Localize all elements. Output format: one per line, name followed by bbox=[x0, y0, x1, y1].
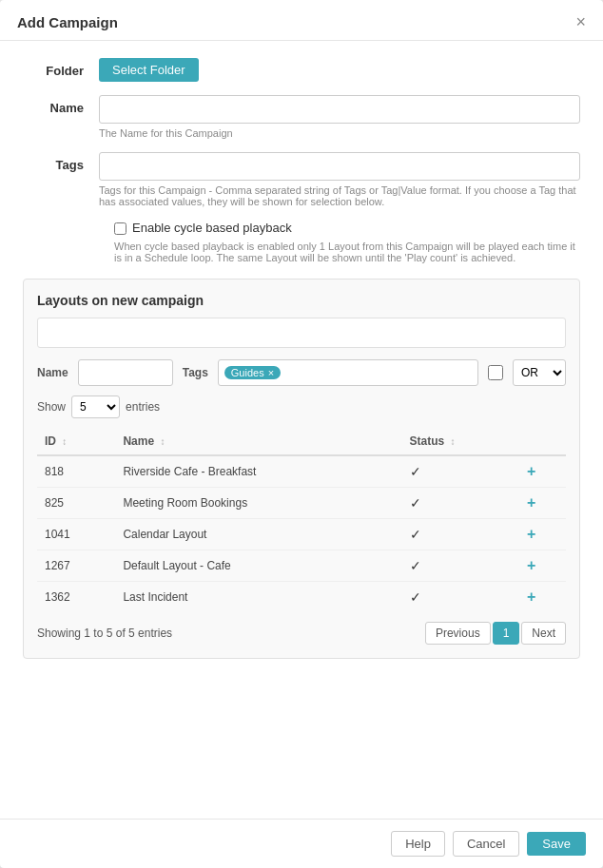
modal-body: Folder Select Folder Name The Name for t… bbox=[0, 41, 603, 819]
name-input[interactable] bbox=[99, 95, 580, 124]
layouts-table: ID ↕ Name ↕ Status ↕ 818 Riverside Cafe … bbox=[37, 428, 566, 612]
showing-text: Showing 1 to 5 of 5 entries bbox=[37, 627, 172, 640]
cell-id: 1362 bbox=[37, 582, 115, 613]
cell-name: Meeting Room Bookings bbox=[115, 488, 401, 519]
tag-badge: Guides × bbox=[224, 366, 281, 379]
modal-title: Add Campaign bbox=[17, 14, 118, 30]
table-row: 1362 Last Incident ✓ + bbox=[37, 582, 566, 613]
modal-close-button[interactable]: × bbox=[575, 13, 586, 30]
cell-name: Default Layout - Cafe bbox=[115, 550, 401, 582]
cell-name: Calendar Layout bbox=[115, 519, 401, 550]
cell-status: ✓ bbox=[402, 582, 520, 613]
table-row: 1041 Calendar Layout ✓ + bbox=[37, 519, 566, 550]
save-button[interactable]: Save bbox=[527, 832, 586, 856]
help-button[interactable]: Help bbox=[391, 831, 445, 857]
layouts-section: Layouts on new campaign Name Tags Guides… bbox=[23, 279, 580, 659]
cell-name: Last Incident bbox=[115, 582, 401, 613]
entries-select[interactable]: 5 10 25 50 100 bbox=[71, 395, 120, 418]
layout-search-bar[interactable] bbox=[37, 318, 566, 348]
show-label: Show bbox=[37, 400, 66, 414]
cell-add: + bbox=[519, 550, 566, 582]
layouts-section-title: Layouts on new campaign bbox=[37, 293, 566, 308]
modal-footer: Help Cancel Save bbox=[0, 819, 603, 868]
tags-filter-wrap[interactable]: Guides × bbox=[218, 359, 478, 386]
name-label: Name bbox=[23, 95, 99, 115]
add-layout-button[interactable]: + bbox=[527, 463, 535, 480]
name-control-wrap: The Name for this Campaign bbox=[99, 95, 580, 139]
filter-row: Name Tags Guides × OR AND bbox=[37, 359, 566, 386]
add-layout-button[interactable]: + bbox=[527, 557, 535, 574]
filter-name-label: Name bbox=[37, 366, 68, 379]
cell-id: 1267 bbox=[37, 550, 115, 582]
table-header-row: ID ↕ Name ↕ Status ↕ bbox=[37, 428, 566, 455]
folder-control-wrap: Select Folder bbox=[99, 58, 580, 82]
add-layout-button[interactable]: + bbox=[527, 588, 535, 606]
cell-add: + bbox=[519, 519, 566, 550]
th-id[interactable]: ID ↕ bbox=[37, 428, 115, 455]
cell-status: ✓ bbox=[402, 455, 520, 488]
next-button[interactable]: Next bbox=[521, 622, 566, 645]
add-layout-button[interactable]: + bbox=[527, 526, 535, 543]
filter-tags-label: Tags bbox=[183, 366, 208, 379]
cancel-button[interactable]: Cancel bbox=[453, 831, 519, 857]
page-1-button[interactable]: 1 bbox=[493, 622, 520, 645]
show-entries-row: Show 5 10 25 50 100 entries bbox=[37, 395, 566, 418]
pagination: Previous 1 Next bbox=[425, 622, 566, 645]
cell-name: Riverside Cafe - Breakfast bbox=[115, 455, 401, 488]
tags-group: Tags Tags for this Campaign - Comma sepa… bbox=[23, 152, 580, 207]
table-footer: Showing 1 to 5 of 5 entries Previous 1 N… bbox=[37, 622, 566, 645]
table-row: 825 Meeting Room Bookings ✓ + bbox=[37, 488, 566, 519]
tags-help: Tags for this Campaign - Comma separated… bbox=[99, 184, 580, 207]
cell-status: ✓ bbox=[402, 519, 520, 550]
th-action bbox=[519, 428, 566, 455]
th-name[interactable]: Name ↕ bbox=[115, 428, 401, 455]
filter-exact-checkbox[interactable] bbox=[488, 365, 503, 380]
cell-status: ✓ bbox=[402, 488, 520, 519]
modal-header: Add Campaign × bbox=[0, 0, 603, 41]
filter-logic-select[interactable]: OR AND bbox=[513, 359, 566, 386]
cell-add: + bbox=[519, 582, 566, 613]
folder-group: Folder Select Folder bbox=[23, 58, 580, 82]
add-campaign-modal: Add Campaign × Folder Select Folder Name… bbox=[0, 0, 603, 868]
table-row: 1267 Default Layout - Cafe ✓ + bbox=[37, 550, 566, 582]
th-status[interactable]: Status ↕ bbox=[402, 428, 520, 455]
tags-label: Tags bbox=[23, 152, 99, 172]
tag-badge-text: Guides bbox=[231, 367, 264, 378]
cycle-checkbox[interactable] bbox=[114, 222, 126, 235]
tags-input[interactable] bbox=[99, 152, 580, 181]
tag-badge-remove[interactable]: × bbox=[268, 367, 274, 378]
cycle-checkbox-label: Enable cycle based playback bbox=[132, 221, 292, 235]
name-help: The Name for this Campaign bbox=[99, 127, 580, 139]
previous-button[interactable]: Previous bbox=[425, 622, 491, 645]
cell-add: + bbox=[519, 488, 566, 519]
folder-label: Folder bbox=[23, 58, 99, 78]
cell-status: ✓ bbox=[402, 550, 520, 582]
cell-id: 818 bbox=[37, 455, 115, 488]
tags-control-wrap: Tags for this Campaign - Comma separated… bbox=[99, 152, 580, 207]
cell-add: + bbox=[519, 455, 566, 488]
cell-id: 1041 bbox=[37, 519, 115, 550]
name-group: Name The Name for this Campaign bbox=[23, 95, 580, 139]
filter-name-input[interactable] bbox=[78, 359, 173, 386]
table-row: 818 Riverside Cafe - Breakfast ✓ + bbox=[37, 455, 566, 488]
add-layout-button[interactable]: + bbox=[527, 494, 535, 511]
select-folder-button[interactable]: Select Folder bbox=[99, 58, 199, 82]
cell-id: 825 bbox=[37, 488, 115, 519]
entries-label: entries bbox=[126, 400, 160, 414]
cycle-help: When cycle based playback is enabled onl… bbox=[114, 241, 580, 263]
cycle-checkbox-group: Enable cycle based playback bbox=[114, 221, 580, 235]
